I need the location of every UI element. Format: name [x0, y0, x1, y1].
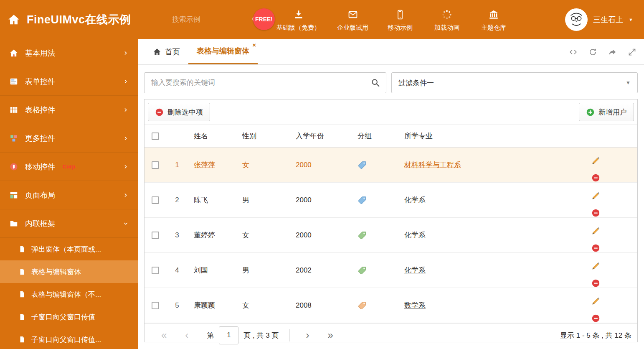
- table-row[interactable]: 1 张萍萍 女 2000 材料科学与工程系: [145, 148, 637, 183]
- user-menu[interactable]: 三生石上 ▼: [565, 8, 644, 31]
- sidebar-item-label: 更多控件: [25, 133, 55, 143]
- bank-icon: [488, 9, 499, 20]
- sidebar-subitem-child-to-parent-2[interactable]: 子窗口向父窗口传值...: [0, 328, 138, 349]
- sidebar-item-mobile-controls[interactable]: 移动控件 Corp.: [0, 153, 138, 181]
- refresh-icon[interactable]: [588, 48, 597, 56]
- house-icon: [9, 48, 18, 58]
- row-index: 3: [166, 218, 188, 253]
- close-icon[interactable]: ×: [252, 42, 256, 48]
- share-icon[interactable]: [608, 48, 617, 56]
- year-cell: 2008: [292, 288, 353, 323]
- nav-label: 基础版（免费）: [276, 24, 320, 32]
- nav-item-theme-repo[interactable]: 主题仓库: [470, 8, 517, 32]
- chevron-right-icon: [123, 107, 129, 113]
- page-suffix: 页 , 共 3 页: [243, 331, 279, 340]
- file-icon: [18, 290, 26, 298]
- table-row[interactable]: 5 康颖颖 女 2008 数学系: [145, 288, 637, 323]
- filter-dropdown[interactable]: 过滤条件一 ▼: [391, 72, 638, 93]
- nav-item-enterprise-trial[interactable]: 企业版试用: [329, 8, 377, 32]
- sidebar-item-label: 内联框架: [25, 219, 55, 229]
- sidebar-subitem-popup-window[interactable]: 弹出窗体（本页面或...: [0, 238, 138, 260]
- last-page-button[interactable]: »: [327, 330, 333, 340]
- edit-pencil-icon[interactable]: [591, 227, 622, 235]
- sidebar-subitem-child-to-parent[interactable]: 子窗口向父窗口传值: [0, 306, 138, 328]
- name-link[interactable]: 张萍萍: [194, 161, 215, 169]
- name-cell: 陈飞: [188, 183, 238, 218]
- sidebar-subitem-label: 表格与编辑窗体: [31, 267, 81, 277]
- file-icon: [18, 245, 26, 253]
- sidebar-subitem-label: 子窗口向父窗口传值: [31, 312, 95, 322]
- source-code-icon[interactable]: [569, 48, 578, 56]
- year-cell: 2000: [292, 183, 353, 218]
- nav-label: 主题仓库: [481, 24, 506, 32]
- major-link[interactable]: 化学系: [404, 266, 426, 274]
- first-page-button[interactable]: «: [161, 330, 167, 340]
- tab-label: 首页: [165, 47, 180, 57]
- major-link[interactable]: 材料科学与工程系: [404, 161, 461, 169]
- sidebar-item-form-controls[interactable]: 表单控件: [0, 67, 138, 96]
- edit-pencil-icon[interactable]: [591, 297, 622, 306]
- sidebar-subitem-grid-edit-window-2[interactable]: 表格与编辑窗体（不...: [0, 283, 138, 306]
- delete-row-icon[interactable]: [591, 244, 622, 252]
- tab-label: 表格与编辑窗体: [197, 46, 249, 56]
- search-button[interactable]: [365, 78, 386, 87]
- row-checkbox[interactable]: [152, 267, 159, 274]
- sidebar-item-iframe[interactable]: 内联框架: [0, 209, 138, 238]
- data-grid: 删除选中项 新增用户 姓名 性别: [144, 99, 638, 342]
- minus-circle-icon: [155, 108, 164, 117]
- gender-cell: 女: [238, 148, 292, 183]
- sidebar-item-page-layout[interactable]: 页面布局: [0, 181, 138, 209]
- free-badge: FREE!: [253, 8, 275, 30]
- row-checkbox[interactable]: [152, 232, 159, 239]
- edit-pencil-icon[interactable]: [591, 191, 622, 200]
- tab-grid-edit-window[interactable]: 表格与编辑窗体 ×: [188, 39, 258, 64]
- edit-pencil-icon[interactable]: [591, 156, 622, 165]
- nav-item-loading-anim[interactable]: 加载动画: [423, 8, 470, 32]
- column-header-group: 分组: [353, 125, 400, 148]
- layout-icon: [9, 191, 18, 200]
- main-panel: 首页 表格与编辑窗体 ×: [138, 39, 644, 349]
- row-checkbox[interactable]: [152, 161, 159, 169]
- select-all-checkbox[interactable]: [152, 132, 159, 140]
- keyword-search-box: [144, 72, 386, 93]
- sidebar-subitem-grid-edit-window[interactable]: 表格与编辑窗体: [0, 260, 138, 283]
- corp-badge: Corp.: [63, 163, 77, 170]
- nav-item-mobile-demo[interactable]: 移动示例: [377, 8, 423, 32]
- table-row[interactable]: 2 陈飞 男 2000 化学系: [145, 183, 637, 218]
- column-header-gender: 性别: [238, 125, 292, 148]
- sidebar-item-more-controls[interactable]: 更多控件: [0, 124, 138, 153]
- keyword-search-input[interactable]: [145, 79, 365, 87]
- delete-row-icon[interactable]: [591, 314, 622, 323]
- prev-page-button[interactable]: ‹: [185, 330, 188, 340]
- nav-item-basic-free[interactable]: FREE! 基础版（免费）: [268, 8, 329, 32]
- page-number-input[interactable]: [219, 326, 238, 344]
- expand-icon[interactable]: [628, 48, 636, 56]
- row-checkbox[interactable]: [152, 196, 159, 204]
- file-icon: [18, 336, 26, 343]
- sidebar-submenu: 弹出窗体（本页面或... 表格与编辑窗体 表格与编辑窗体（不... 子窗口向父窗…: [0, 238, 138, 349]
- delete-row-icon[interactable]: [591, 173, 622, 182]
- tab-home[interactable]: 首页: [145, 39, 188, 64]
- chevron-down-icon: [123, 221, 129, 227]
- edit-pencil-icon[interactable]: [591, 262, 622, 270]
- sidebar-item-basic-usage[interactable]: 基本用法: [0, 39, 138, 67]
- nav-label: 加载动画: [434, 24, 459, 32]
- delete-row-icon[interactable]: [591, 209, 622, 217]
- major-link[interactable]: 化学系: [404, 231, 426, 239]
- sidebar-item-label: 表单控件: [25, 76, 55, 87]
- major-link[interactable]: 化学系: [404, 196, 426, 204]
- table-row[interactable]: 3 董婷婷 女 2000 化学系: [145, 218, 637, 253]
- next-page-button[interactable]: ›: [306, 330, 309, 340]
- major-link[interactable]: 数学系: [404, 301, 426, 309]
- home-icon: [8, 13, 20, 26]
- table-row[interactable]: 4 刘国 男 2002 化学系: [145, 253, 637, 288]
- nav-label: 企业版试用: [337, 24, 368, 32]
- add-user-button[interactable]: 新增用户: [579, 103, 634, 121]
- sidebar-item-grid-controls[interactable]: 表格控件: [0, 96, 138, 124]
- header-search-input[interactable]: [172, 15, 235, 24]
- delete-selected-button[interactable]: 删除选中项: [148, 103, 210, 121]
- row-checkbox[interactable]: [152, 302, 159, 309]
- delete-row-icon[interactable]: [591, 279, 622, 288]
- tab-bar: 首页 表格与编辑窗体 ×: [138, 39, 644, 65]
- brand[interactable]: FineUIMvc在线示例: [0, 12, 172, 27]
